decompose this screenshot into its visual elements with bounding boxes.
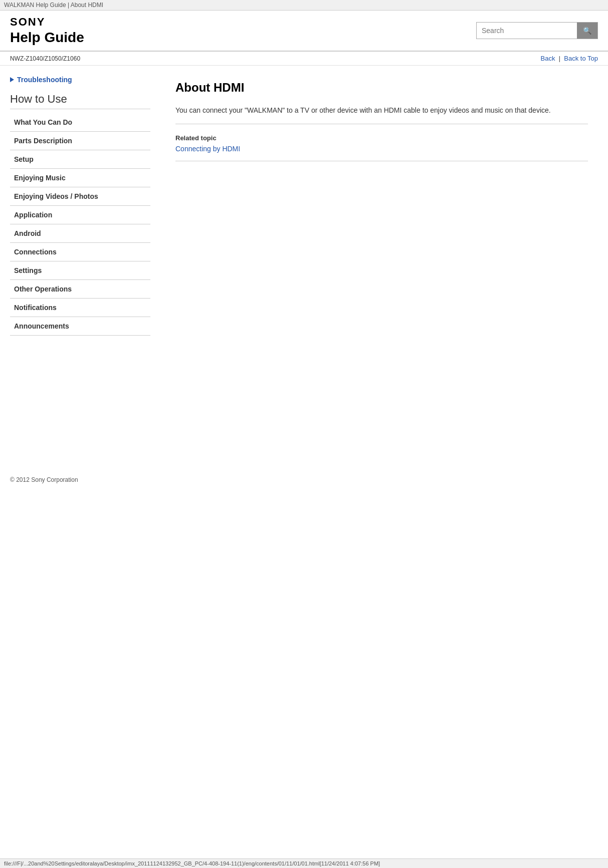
related-topic-link[interactable]: Connecting by HDMI: [175, 145, 240, 153]
sony-logo: SONY: [10, 16, 84, 29]
sub-header: NWZ-Z1040/Z1050/Z1060 Back | Back to Top: [0, 52, 608, 66]
search-input[interactable]: [477, 24, 577, 38]
related-topic-section: Related topic Connecting by HDMI: [175, 134, 588, 161]
nav-links: Back | Back to Top: [541, 55, 598, 62]
chevron-right-icon: [10, 77, 14, 82]
sidebar-nav-item: Enjoying Music: [10, 169, 150, 187]
search-area: 🔍: [476, 22, 598, 39]
copyright-text: © 2012 Sony Corporation: [10, 476, 78, 483]
sidebar-nav-item: Enjoying Videos / Photos: [10, 187, 150, 206]
sidebar-item-notifications[interactable]: Notifications: [10, 299, 150, 317]
main-layout: Troubleshooting How to Use What You Can …: [0, 66, 608, 466]
sidebar-nav-item: Parts Description: [10, 132, 150, 150]
sidebar-nav-item: Application: [10, 206, 150, 224]
footer: © 2012 Sony Corporation: [0, 466, 608, 493]
sidebar-item-enjoying-videos---photos[interactable]: Enjoying Videos / Photos: [10, 187, 150, 205]
sidebar-nav-item: Other Operations: [10, 280, 150, 299]
troubleshooting-link[interactable]: Troubleshooting: [10, 76, 150, 84]
sidebar-item-connections[interactable]: Connections: [10, 243, 150, 261]
content-description: You can connect your "WALKMAN" to a TV o…: [175, 105, 588, 124]
model-number: NWZ-Z1040/Z1050/Z1060: [10, 55, 80, 62]
sidebar-nav-item: Settings: [10, 261, 150, 280]
sidebar-nav-item: Announcements: [10, 317, 150, 336]
troubleshooting-label: Troubleshooting: [17, 76, 72, 84]
sidebar-nav: What You Can DoParts DescriptionSetupEnj…: [10, 113, 150, 336]
help-guide-title: Help Guide: [10, 30, 84, 46]
how-to-use-heading: How to Use: [10, 93, 150, 109]
brand-area: SONY Help Guide: [10, 16, 84, 46]
sidebar: Troubleshooting How to Use What You Can …: [0, 66, 155, 466]
sidebar-item-other-operations[interactable]: Other Operations: [10, 280, 150, 298]
sidebar-nav-item: What You Can Do: [10, 113, 150, 132]
sidebar-item-parts-description[interactable]: Parts Description: [10, 132, 150, 150]
page-header: SONY Help Guide 🔍: [0, 11, 608, 52]
sidebar-nav-item: Android: [10, 224, 150, 243]
sidebar-item-announcements[interactable]: Announcements: [10, 317, 150, 335]
sidebar-nav-item: Setup: [10, 150, 150, 169]
sidebar-nav-item: Connections: [10, 243, 150, 261]
back-to-top-link[interactable]: Back to Top: [564, 55, 598, 62]
sidebar-item-enjoying-music[interactable]: Enjoying Music: [10, 169, 150, 187]
sidebar-nav-item: Notifications: [10, 299, 150, 317]
sidebar-item-application[interactable]: Application: [10, 206, 150, 224]
search-button[interactable]: 🔍: [577, 23, 597, 39]
search-icon: 🔍: [583, 27, 591, 35]
sidebar-item-android[interactable]: Android: [10, 224, 150, 242]
browser-title-bar: WALKMAN Help Guide | About HDMI: [0, 0, 608, 11]
link-separator: |: [559, 55, 560, 62]
content-area: About HDMI You can connect your "WALKMAN…: [155, 66, 608, 466]
sidebar-item-setup[interactable]: Setup: [10, 150, 150, 168]
related-topic-label: Related topic: [175, 134, 588, 142]
sidebar-item-what-you-can-do[interactable]: What You Can Do: [10, 113, 150, 131]
sidebar-item-settings[interactable]: Settings: [10, 261, 150, 279]
browser-title-text: WALKMAN Help Guide | About HDMI: [4, 2, 103, 9]
back-link[interactable]: Back: [541, 55, 555, 62]
page-title: About HDMI: [175, 81, 588, 95]
